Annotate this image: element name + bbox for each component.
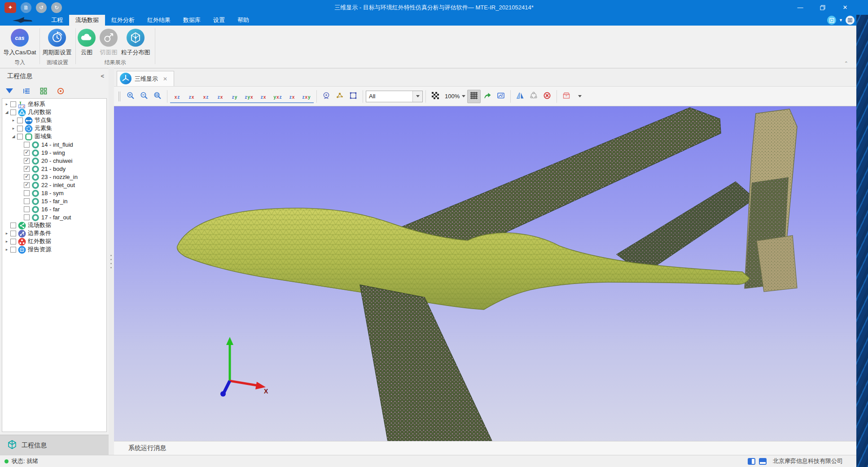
view-orientation-xz-button[interactable]: xz (199, 90, 213, 103)
viewport-3d[interactable]: X (114, 106, 856, 441)
tree-label[interactable]: 20 - chuiwei (41, 157, 72, 164)
close-button[interactable]: ✕ (834, 0, 856, 15)
tree-label[interactable]: 14 - int_fluid (41, 141, 73, 148)
restore-button[interactable] (811, 0, 834, 15)
menu-item-0[interactable]: 工程 (45, 15, 69, 26)
panel-collapse-icon[interactable]: < (101, 73, 104, 79)
tree-expand-icon[interactable]: ▸ (4, 102, 9, 106)
checker-button[interactable] (429, 90, 442, 103)
run-icon[interactable] (827, 16, 836, 25)
panel-splitter[interactable] (109, 68, 114, 455)
tree-row[interactable]: ▸ 红外数据 (2, 237, 106, 245)
export-arrow-button[interactable] (481, 90, 494, 103)
toolbar-drag-handle[interactable] (118, 92, 120, 101)
menu-item-1[interactable]: 流场数据 (69, 15, 105, 26)
menu-item-3[interactable]: 红外结果 (141, 15, 177, 26)
tree-checkbox[interactable] (24, 182, 30, 188)
tree-checkbox[interactable] (24, 142, 30, 148)
zoom-fit-button[interactable] (151, 90, 164, 103)
view-orientation-zx-button[interactable]: zx (213, 90, 228, 103)
menu-item-4[interactable]: 数据库 (177, 15, 207, 26)
tree-checkbox[interactable] (24, 190, 30, 196)
view-orientation-yxz-button[interactable]: yxz (271, 90, 285, 103)
layout-icon-b[interactable] (759, 458, 767, 465)
tree-expand-icon[interactable]: ▸ (11, 118, 16, 122)
tree-label[interactable]: 节点集 (35, 116, 52, 124)
target-tool-icon[interactable] (56, 86, 66, 96)
mirror-button[interactable] (513, 90, 527, 103)
grid-tool-icon[interactable] (39, 86, 48, 96)
tree-expand-icon[interactable]: ▸ (11, 126, 16, 131)
tree-checkbox[interactable] (24, 158, 30, 164)
camera-button[interactable] (320, 90, 333, 103)
tree-checkbox[interactable] (10, 247, 16, 253)
ribbon-button-particle[interactable]: 粒子分布图 (115, 28, 156, 57)
orbit-button[interactable] (527, 90, 540, 103)
tree-label[interactable]: 18 - sym (41, 190, 64, 196)
tree-label[interactable]: 元素集 (35, 124, 52, 132)
tree-row[interactable]: 流场数据 (2, 221, 106, 229)
tree-expand-icon[interactable]: ▸ (4, 247, 9, 252)
tree-row[interactable]: 16 - far (2, 205, 106, 213)
tree-label[interactable]: 22 - inlet_out (41, 182, 75, 188)
tree-checkbox[interactable] (17, 126, 23, 131)
tree-label[interactable]: 23 - nozzle_in (41, 174, 78, 180)
tree-checkbox[interactable] (10, 239, 16, 244)
tree-row[interactable]: 17 - far_out (2, 213, 106, 221)
tree-label[interactable]: 16 - far (41, 206, 60, 213)
tree-checkbox[interactable] (24, 174, 30, 180)
splitter-handle[interactable] (110, 255, 112, 268)
tree-row[interactable]: 14 - int_fluid (2, 140, 106, 148)
tree-row[interactable]: ◢ 几何数据 (2, 108, 106, 116)
tree-row[interactable]: ▸ 报告资源 (2, 245, 106, 253)
view-orientation-zy-button[interactable]: zy (228, 90, 242, 103)
zoom-out-button[interactable] (137, 90, 151, 103)
view-orientation-zx-button[interactable]: zx (285, 90, 299, 103)
tree-checkbox[interactable] (24, 198, 30, 204)
combobox-dropdown-icon[interactable] (412, 91, 422, 102)
package-dropdown-button[interactable] (573, 90, 587, 103)
tree-row[interactable]: 18 - sym (2, 189, 106, 197)
tree-label[interactable]: 红外数据 (28, 237, 51, 245)
tree-row[interactable]: 20 - chuiwei (2, 157, 106, 165)
redo-icon[interactable]: ↻ (51, 2, 62, 13)
view-orientation-xz-button[interactable]: xz (170, 90, 184, 103)
tree-row[interactable]: 22 - inlet_out (2, 181, 106, 189)
menu-item-6[interactable]: 帮助 (231, 15, 255, 26)
undo-icon[interactable]: ↺ (36, 2, 47, 13)
tree-expand-icon[interactable]: ◢ (4, 110, 9, 114)
tree-checkbox[interactable] (17, 134, 23, 140)
tree-checkbox[interactable] (10, 223, 16, 228)
tree-label[interactable]: 17 - far_out (41, 214, 71, 221)
tree-expand-icon[interactable]: ▸ (4, 239, 9, 244)
molecule-button[interactable] (333, 90, 346, 103)
zoom-in-button[interactable] (124, 90, 137, 103)
app-icon[interactable]: ✦ (4, 2, 16, 13)
filter-tool-icon[interactable] (4, 86, 14, 96)
view-orientation-zx-button[interactable]: zx (184, 90, 199, 103)
tree-row[interactable]: ▸ 元素集 (2, 124, 106, 132)
grid-button[interactable] (467, 90, 481, 103)
outline-tool-icon[interactable] (22, 86, 31, 96)
tree-label[interactable]: 19 - wing (41, 149, 65, 156)
panel-footer-tab[interactable]: 工程信息 (0, 435, 109, 455)
tree-label[interactable]: 边界条件 (28, 229, 51, 237)
tree-label[interactable]: 报告资源 (28, 245, 51, 253)
run-dropdown-caret-icon[interactable]: ▼ (839, 18, 843, 22)
tree-label[interactable]: 面域集 (35, 132, 52, 140)
tree-label[interactable]: 21 - body (41, 166, 66, 172)
tree-expand-icon[interactable]: ▸ (4, 231, 9, 236)
tab-3d-display[interactable]: 三维显示 ✕ (117, 71, 174, 87)
layout-icon-a[interactable] (748, 458, 755, 465)
tree-checkbox[interactable] (24, 166, 30, 172)
tree-row[interactable]: 23 - nozzle_in (2, 173, 106, 181)
tree-row[interactable]: 19 - wing (2, 148, 106, 157)
tree-checkbox[interactable] (17, 118, 23, 123)
tree-checkbox[interactable] (10, 101, 16, 107)
tree-checkbox[interactable] (24, 150, 30, 156)
tab-close-icon[interactable]: ✕ (163, 76, 167, 82)
tree-checkbox[interactable] (10, 231, 16, 236)
tree-row[interactable]: ▸ 边界条件 (2, 229, 106, 237)
tree-label[interactable]: 坐标系 (28, 100, 45, 108)
tree-row[interactable]: ▸ 节点集 (2, 116, 106, 124)
